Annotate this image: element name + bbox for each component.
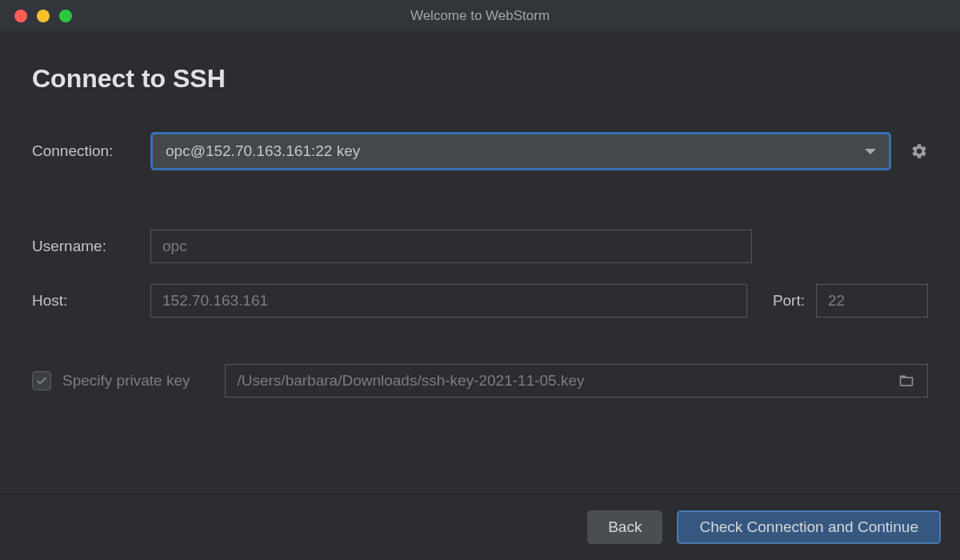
connection-value: opc@152.70.163.161:22 key xyxy=(166,142,360,160)
connection-label: Connection: xyxy=(32,142,150,160)
window-title: Welcome to WebStorm xyxy=(410,8,550,24)
private-key-label: Specify private key xyxy=(62,372,190,390)
check-connection-button[interactable]: Check Connection and Continue xyxy=(677,510,941,544)
host-input[interactable] xyxy=(150,284,747,318)
close-window-icon[interactable] xyxy=(14,10,27,22)
port-label: Port: xyxy=(773,292,805,310)
connection-row: Connection: opc@152.70.163.161:22 key xyxy=(32,132,928,170)
private-key-checkbox[interactable] xyxy=(32,371,51,390)
page-title: Connect to SSH xyxy=(32,64,928,94)
main-content: Connect to SSH Connection: opc@152.70.16… xyxy=(0,32,960,398)
connection-dropdown[interactable]: opc@152.70.163.161:22 key xyxy=(150,132,891,170)
username-label: Username: xyxy=(32,238,150,255)
username-input[interactable] xyxy=(150,230,752,263)
traffic-lights xyxy=(0,10,72,22)
gear-icon[interactable] xyxy=(910,142,928,160)
private-key-row: Specify private key /Users/barbara/Downl… xyxy=(32,364,928,398)
checkmark-icon xyxy=(35,374,48,387)
footer: Back Check Connection and Continue xyxy=(0,494,960,560)
port-input[interactable] xyxy=(816,284,928,318)
titlebar: Welcome to WebStorm xyxy=(0,0,960,32)
minimize-window-icon[interactable] xyxy=(37,10,50,22)
folder-open-icon[interactable] xyxy=(897,373,916,389)
back-button[interactable]: Back xyxy=(587,510,662,544)
maximize-window-icon[interactable] xyxy=(59,10,72,22)
username-row: Username: xyxy=(32,230,928,263)
host-row: Host: Port: xyxy=(32,284,928,318)
private-key-path-input[interactable]: /Users/barbara/Downloads/ssh-key-2021-11… xyxy=(225,364,928,398)
host-label: Host: xyxy=(32,292,150,310)
chevron-down-icon xyxy=(865,149,876,154)
private-key-path-value: /Users/barbara/Downloads/ssh-key-2021-11… xyxy=(237,372,584,390)
